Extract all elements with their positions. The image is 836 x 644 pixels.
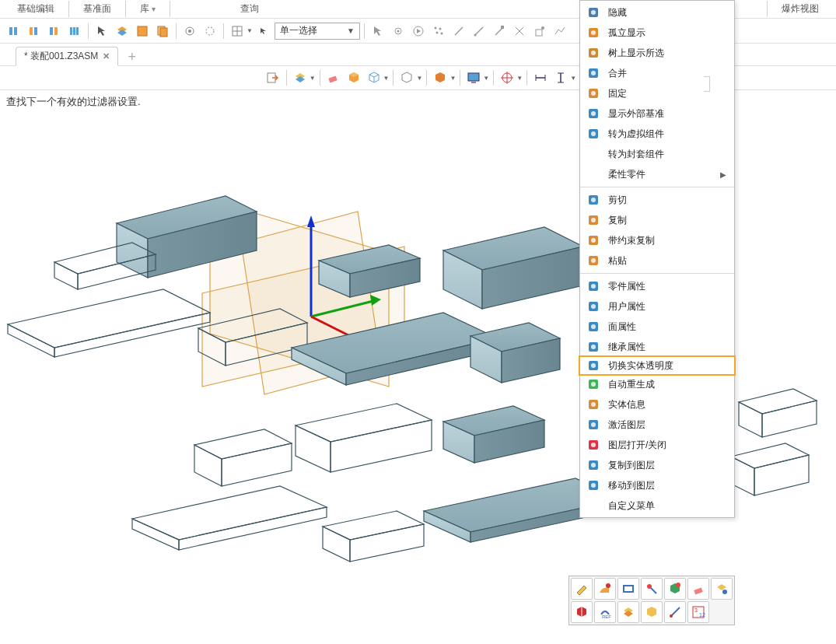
- palette-btn-1[interactable]: [571, 578, 593, 600]
- tool-play[interactable]: [409, 22, 428, 40]
- context-menu-item[interactable]: 自定义菜单: [580, 495, 734, 516]
- context-menu-item[interactable]: 激活图层: [580, 415, 734, 435]
- flex-icon: [586, 167, 600, 181]
- palette-btn-5[interactable]: [664, 578, 686, 600]
- context-menu-item[interactable]: 粘贴: [580, 250, 734, 271]
- context-menu-item[interactable]: 柔性零件▶: [580, 164, 734, 184]
- menu-tab-exploded-view[interactable]: 爆炸视图: [767, 1, 833, 17]
- palette-btn-13[interactable]: 312: [687, 601, 709, 623]
- tool-pointer[interactable]: [93, 22, 111, 40]
- tool-btn-1[interactable]: [5, 22, 23, 40]
- svg-point-25: [439, 27, 441, 30]
- palette-btn-12[interactable]: [664, 601, 686, 623]
- tool-layers[interactable]: [113, 22, 131, 40]
- palette-btn-11[interactable]: [641, 601, 663, 623]
- palette-btn-9[interactable]: REF: [594, 601, 616, 623]
- context-menu-item[interactable]: 零件属性: [580, 276, 734, 296]
- dropdown-arrow-icon[interactable]: ▼: [247, 27, 253, 34]
- view-cube-solid-icon[interactable]: [345, 68, 363, 87]
- new-tab-button[interactable]: +: [123, 49, 141, 65]
- context-menu-item[interactable]: 转为虚拟组件: [580, 124, 734, 144]
- context-menu-item[interactable]: 隐藏: [580, 2, 734, 23]
- svg-marker-47: [402, 72, 411, 82]
- view-eraser-icon[interactable]: [324, 68, 343, 87]
- tool-btn-3[interactable]: [45, 22, 64, 40]
- context-menu-item[interactable]: 用户属性: [580, 296, 734, 317]
- menu-tab-datum[interactable]: 基准面: [68, 1, 125, 17]
- palette-btn-3[interactable]: [617, 578, 639, 600]
- svg-marker-104: [331, 420, 432, 472]
- svg-point-163: [591, 443, 596, 447]
- context-menu-item[interactable]: 转为封套组件: [580, 144, 734, 164]
- tool-btn-2[interactable]: [25, 22, 44, 40]
- view-layers-icon[interactable]: [291, 68, 310, 87]
- context-menu-item[interactable]: 移动到图层: [580, 475, 734, 495]
- menu-tab-library[interactable]: 库▾: [125, 1, 170, 17]
- context-menu-item[interactable]: 孤立显示: [580, 23, 734, 43]
- palette-btn-4[interactable]: [641, 578, 663, 600]
- context-menu-item[interactable]: 面属性: [580, 317, 734, 337]
- context-menu-item[interactable]: 合并: [580, 63, 734, 83]
- tool-cross[interactable]: [510, 22, 529, 40]
- palette-btn-2[interactable]: [594, 578, 616, 600]
- view-cube-outline-icon[interactable]: [397, 68, 416, 87]
- svg-rect-49: [468, 73, 479, 81]
- svg-marker-67: [307, 215, 315, 227]
- context-menu-item[interactable]: 自动重生成: [580, 374, 734, 394]
- context-menu-item[interactable]: 显示外部基准: [580, 103, 734, 124]
- tool-grid[interactable]: [228, 22, 247, 40]
- close-tab-icon[interactable]: ✕: [103, 51, 110, 61]
- tool-line-2[interactable]: [470, 22, 488, 40]
- tool-graph[interactable]: [551, 22, 569, 40]
- entity-info-icon: [586, 397, 600, 411]
- context-menu-label: 粘贴: [608, 254, 726, 268]
- palette-btn-6[interactable]: [687, 578, 709, 600]
- selection-mode-select[interactable]: 单一选择▼: [275, 23, 360, 40]
- tool-line-1[interactable]: [449, 22, 468, 40]
- tool-box-corner[interactable]: [530, 22, 549, 40]
- view-cube-wire-icon[interactable]: [365, 68, 383, 87]
- context-menu-label: 移动到图层: [608, 479, 726, 492]
- tool-small-cursor[interactable]: [254, 22, 273, 40]
- tool-doc-orange[interactable]: [133, 22, 152, 40]
- view-exit-icon[interactable]: [264, 68, 282, 87]
- view-dim-v-icon[interactable]: [551, 68, 570, 87]
- svg-line-46: [374, 75, 379, 77]
- context-menu-label: 树上显示所选: [608, 47, 726, 60]
- file-tab-active[interactable]: * 装配001.Z3ASM ✕: [16, 47, 118, 66]
- svg-marker-98: [762, 401, 817, 437]
- context-menu-item[interactable]: 复制: [580, 210, 734, 230]
- tool-edit-line[interactable]: [490, 22, 509, 40]
- slab-2: [132, 486, 327, 550]
- view-iso-icon[interactable]: [431, 68, 449, 87]
- tool-scatter[interactable]: [429, 22, 448, 40]
- view-dim-h-icon[interactable]: [531, 68, 550, 87]
- menu-tab-basic-edit[interactable]: 基础编辑: [3, 1, 68, 17]
- context-menu-item[interactable]: 实体信息: [580, 394, 734, 415]
- palette-btn-7[interactable]: [711, 578, 733, 600]
- context-menu-item[interactable]: 固定: [580, 83, 734, 103]
- svg-point-131: [591, 111, 596, 116]
- context-menu-item[interactable]: 继承属性: [580, 337, 734, 357]
- palette-btn-10[interactable]: [617, 601, 639, 623]
- palette-btn-8[interactable]: [571, 601, 593, 623]
- tool-doc-copy[interactable]: [153, 22, 172, 40]
- tool-gear[interactable]: [389, 22, 408, 40]
- menu-tab-query[interactable]: 查询: [170, 1, 329, 17]
- context-menu-item[interactable]: 剪切: [580, 190, 734, 210]
- svg-point-127: [591, 71, 596, 75]
- context-menu-item[interactable]: 带约束复制: [580, 230, 734, 250]
- tool-btn-4[interactable]: [65, 22, 84, 40]
- context-menu-item[interactable]: 树上显示所选: [580, 43, 734, 63]
- context-menu-item[interactable]: 复制到图层: [580, 455, 734, 475]
- view-screen-icon[interactable]: [464, 68, 483, 87]
- svg-marker-177: [717, 584, 726, 590]
- svg-marker-84: [8, 289, 210, 348]
- view-crosshair-icon[interactable]: [498, 68, 516, 87]
- context-menu-item[interactable]: 切换实体透明度: [579, 355, 736, 376]
- tool-target[interactable]: [180, 22, 199, 40]
- tool-circle-dots[interactable]: [201, 22, 219, 40]
- context-menu-label: 转为虚拟组件: [608, 128, 726, 141]
- context-menu-item[interactable]: 图层打开/关闭: [580, 435, 734, 455]
- tool-arrow-grey[interactable]: [369, 22, 387, 40]
